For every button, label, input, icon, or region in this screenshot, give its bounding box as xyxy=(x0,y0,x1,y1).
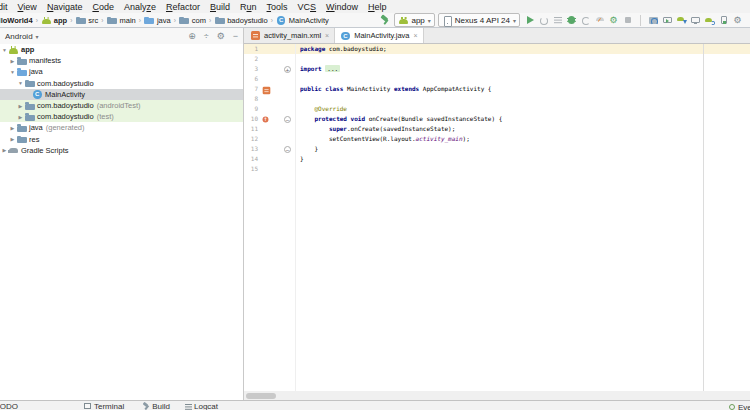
menu-item-code[interactable]: Code xyxy=(87,2,119,12)
menu-item-help[interactable]: Help xyxy=(363,2,392,12)
event-log-button[interactable]: Event Log xyxy=(728,403,750,410)
close-tab-icon[interactable]: × xyxy=(325,32,329,39)
project-panel-icons: ⊕÷⚙− xyxy=(188,32,238,41)
tree-item-label: java xyxy=(29,67,43,76)
folder-icon xyxy=(24,78,35,89)
sync-gradle-button[interactable] xyxy=(647,14,660,27)
tree-collapsed-icon[interactable]: ▶ xyxy=(17,114,24,120)
menu-item-edit[interactable]: Edit xyxy=(0,2,13,12)
project-structure-button[interactable]: ⚙ xyxy=(731,14,744,27)
apply-code-changes-button[interactable] xyxy=(551,14,564,27)
menu-item-navigate[interactable]: Navigate xyxy=(42,2,88,12)
tree-item-mainactivity[interactable]: MainActivity xyxy=(0,89,243,100)
menu-item-view[interactable]: View xyxy=(13,2,42,12)
breadcrumb-src[interactable]: src xyxy=(75,15,98,26)
attach-android-debugger-button[interactable] xyxy=(703,14,716,27)
code-line-13: 13− } xyxy=(244,144,750,154)
breadcrumb-helloworld4[interactable]: HelloWorld4 xyxy=(0,16,33,25)
gutter-slot xyxy=(260,144,284,154)
breadcrumb-mainactivity[interactable]: MainActivity xyxy=(276,15,329,26)
tree-item-com-badoystudio[interactable]: ▶com.badoystudio(androidTest) xyxy=(0,100,243,111)
make-project-button[interactable] xyxy=(378,14,391,27)
gutter-slot xyxy=(260,74,284,84)
fold-minus-icon[interactable]: − xyxy=(284,116,291,123)
breadcrumb-com[interactable]: com xyxy=(179,15,206,26)
gutter-slot xyxy=(260,154,284,164)
menu-bar: EditViewNavigateCodeAnalyzeRefactorBuild… xyxy=(0,0,750,13)
breadcrumb-java[interactable]: java xyxy=(144,15,171,26)
tree-collapsed-icon[interactable]: ▶ xyxy=(1,147,8,153)
tree-item-manifests[interactable]: ▶manifests xyxy=(0,55,243,66)
tree-collapsed-icon[interactable]: ▶ xyxy=(9,58,16,64)
stop-button[interactable] xyxy=(621,14,634,27)
tab-activity-main-xml[interactable]: activity_main.xml× xyxy=(245,28,335,43)
overriding-method-icon[interactable] xyxy=(262,115,270,123)
close-tab-icon[interactable]: × xyxy=(414,32,418,39)
line-number: 13 xyxy=(244,144,260,154)
attach-debugger-button[interactable] xyxy=(579,14,592,27)
settings-icon[interactable]: ⚙ xyxy=(217,32,225,41)
code-text: protected void onCreate(Bundle savedInst… xyxy=(298,114,502,124)
tree-item-com-badoystudio[interactable]: ▶com.badoystudio(test) xyxy=(0,111,243,122)
apply-changes-button[interactable] xyxy=(537,14,550,27)
menu-item-run[interactable]: Run xyxy=(235,2,262,12)
tab-mainactivity-java[interactable]: MainActivity.java× xyxy=(335,28,423,43)
tree-item-gradle-scripts[interactable]: ▶Gradle Scripts xyxy=(0,145,243,156)
run-button[interactable] xyxy=(523,14,536,27)
fold-plus-icon[interactable]: + xyxy=(284,66,291,73)
layout-inspector-button[interactable] xyxy=(689,14,702,27)
tree-item-res[interactable]: ▶res xyxy=(0,134,243,145)
debug-button[interactable] xyxy=(565,14,578,27)
sdk-manager-button[interactable] xyxy=(675,14,688,27)
breadcrumb-main[interactable]: main xyxy=(106,15,135,26)
avd-manager-button[interactable] xyxy=(661,14,674,27)
toolwindow-label: TODO xyxy=(0,402,18,410)
code-line-1: 1package com.badoystudio; xyxy=(244,44,750,54)
tree-collapsed-icon[interactable]: ▶ xyxy=(17,103,24,109)
toolwindow-terminal[interactable]: Terminal xyxy=(84,402,124,410)
line-number: 1 xyxy=(244,44,260,54)
menu-item-refactor[interactable]: Refactor xyxy=(161,2,205,12)
breadcrumb-badoystudio[interactable]: badoystudio xyxy=(214,15,267,26)
tree-expanded-icon[interactable]: ▼ xyxy=(1,47,8,53)
menu-item-vcs[interactable]: VCS xyxy=(293,2,322,12)
editor-tabs: activity_main.xml×MainActivity.java× xyxy=(244,28,750,44)
tree-item-suffix: (generated) xyxy=(46,123,85,132)
tree-item-com-badoystudio[interactable]: ▼com.badoystudio xyxy=(0,78,243,89)
menu-item-build[interactable]: Build xyxy=(205,2,235,12)
toolbar-separator xyxy=(640,15,641,26)
line-number: 15 xyxy=(244,164,260,174)
breadcrumb-app[interactable]: app xyxy=(41,15,67,26)
project-view-selector[interactable]: Android ▾ xyxy=(5,32,39,41)
code-editor[interactable]: 1package com.badoystudio;23+import ...67… xyxy=(244,44,750,391)
device-select[interactable]: Nexus 4 API 24 ▾ xyxy=(438,13,520,27)
collapse-all-icon[interactable]: ÷ xyxy=(204,32,209,41)
toolwindow-build[interactable]: Build xyxy=(142,402,170,410)
profiler-button[interactable] xyxy=(593,14,606,27)
profile-button[interactable]: ⚙ xyxy=(607,14,620,27)
toolwindow-logcat[interactable]: Logcat xyxy=(184,402,218,410)
menu-item-tools[interactable]: Tools xyxy=(262,2,293,12)
folder-icon xyxy=(75,15,86,26)
monitor-icon xyxy=(690,15,701,26)
scrollbar-thumb[interactable] xyxy=(246,393,276,399)
code-text xyxy=(298,54,300,64)
tree-expanded-icon[interactable]: ▼ xyxy=(9,69,16,75)
tree-item-app[interactable]: ▼app xyxy=(0,44,243,55)
tree-item-java[interactable]: ▼java xyxy=(0,66,243,77)
tree-expanded-icon[interactable]: ▼ xyxy=(17,80,24,86)
tree-collapsed-icon[interactable]: ▶ xyxy=(9,125,16,131)
tree-collapsed-icon[interactable]: ▶ xyxy=(9,136,16,142)
menu-item-analyze[interactable]: Analyze xyxy=(119,2,161,12)
toolwindow-todo[interactable]: TODO xyxy=(0,402,18,410)
code-apply-icon xyxy=(552,15,563,26)
run-config-select[interactable]: app ▾ xyxy=(394,13,434,27)
menu-item-window[interactable]: Window xyxy=(321,2,363,12)
navigation-bar: HelloWorld4›app›src›main›java›com›badoys… xyxy=(0,13,750,28)
tree-item-java[interactable]: ▶java(generated) xyxy=(0,122,243,133)
hide-icon[interactable]: − xyxy=(233,32,238,41)
device-file-explorer-button[interactable] xyxy=(717,14,730,27)
locate-icon[interactable]: ⊕ xyxy=(188,32,196,41)
fold-minus-icon[interactable]: − xyxy=(284,146,291,153)
line-number: 14 xyxy=(244,154,260,164)
